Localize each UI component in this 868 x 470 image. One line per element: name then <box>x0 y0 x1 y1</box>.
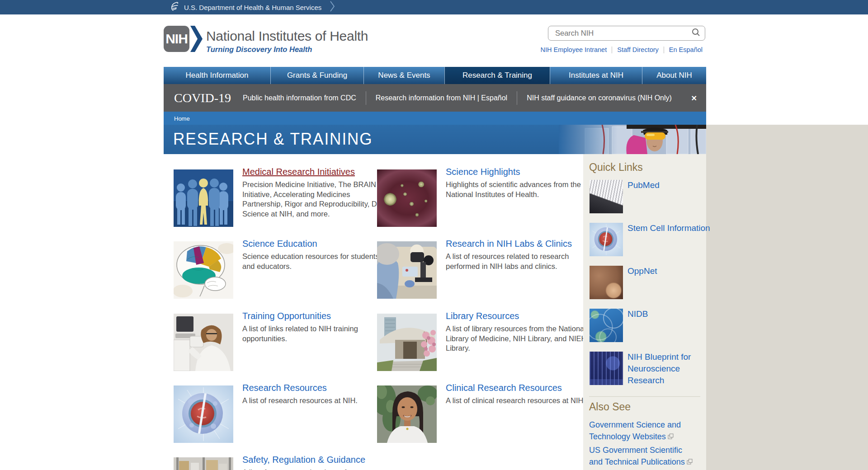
stem-cell-information-thumbnail[interactable] <box>590 223 623 256</box>
search-icon[interactable] <box>692 28 700 38</box>
item-description: A list of research resources at NIH. <box>242 396 392 406</box>
list-item: Science Education Science education reso… <box>174 238 392 299</box>
site-title: National Institutes of Health <box>206 28 368 44</box>
safety-regulation-thumbnail[interactable] <box>174 457 233 470</box>
list-item: Library Resources A list of library reso… <box>377 310 595 371</box>
nih-logo[interactable]: NIH <box>164 26 189 52</box>
list-item: Training Opportunities A list of links r… <box>174 310 392 371</box>
site-header: NIH National Institutes of Health Turnin… <box>164 14 706 67</box>
nih-logo-arrow-icon <box>190 26 203 54</box>
nidb-thumbnail[interactable] <box>590 309 623 342</box>
medical-research-initiatives-link[interactable]: Medical Research Initiatives <box>242 166 355 177</box>
training-opportunities-thumbnail[interactable] <box>174 314 233 371</box>
stem-cell-information-link[interactable]: Stem Cell Information <box>627 222 713 234</box>
also-see-heading: Also See <box>589 401 631 413</box>
nav-grants-funding[interactable]: Grants & Funding <box>270 67 363 84</box>
clinical-research-thumbnail[interactable] <box>377 385 437 443</box>
employee-intranet-link[interactable]: NIH Employee Intranet <box>541 46 607 53</box>
page-background <box>706 125 868 470</box>
list-item: Clinical Research Resources A list of cl… <box>377 382 595 443</box>
breadcrumb-home-link[interactable]: Home <box>174 115 190 122</box>
science-education-thumbnail[interactable] <box>174 241 233 299</box>
hhs-eagle-icon <box>169 1 180 14</box>
item-description: Precision Medicine Initiative, The BRAIN… <box>242 180 392 219</box>
nav-health-information[interactable]: Health Information <box>164 67 270 84</box>
nidb-link[interactable]: NIDB <box>627 308 713 320</box>
item-description: Highlights of scientific advances from t… <box>446 180 595 199</box>
medical-research-initiatives-thumbnail[interactable] <box>174 169 233 227</box>
science-highlights-thumbnail[interactable] <box>377 169 437 227</box>
nav-institutes[interactable]: Institutes at NIH <box>550 67 642 84</box>
staff-directory-link[interactable]: Staff Directory <box>617 46 659 53</box>
pubmed-thumbnail[interactable] <box>590 180 623 213</box>
item-description: A list of resources related to safety, <box>242 468 392 470</box>
list-item: Science Highlights Highlights of scienti… <box>377 166 595 227</box>
lab-researcher-photo <box>559 125 706 154</box>
oppnet-link[interactable]: OppNet <box>627 265 713 277</box>
library-resources-thumbnail[interactable] <box>377 314 437 371</box>
oppnet-thumbnail[interactable] <box>590 266 623 299</box>
clinical-research-link[interactable]: Clinical Research Resources <box>446 382 562 393</box>
covid-banner-title: COVID-19 <box>174 91 231 105</box>
covid-nih-research-link[interactable]: Research information from NIH | Español <box>376 94 507 102</box>
hhs-link[interactable]: U.S. Department of Health & Human Servic… <box>184 4 321 11</box>
search-input[interactable] <box>554 28 692 38</box>
covid-banner: COVID-19 Public health information from … <box>164 84 706 112</box>
hhs-topbar: U.S. Department of Health & Human Servic… <box>0 0 868 14</box>
list-item: Research Resources A list of research re… <box>174 382 392 443</box>
nih-blueprint-link[interactable]: NIH Blueprint for Neuroscience Research <box>627 351 713 386</box>
chevron-right-icon <box>330 0 335 14</box>
research-resources-link[interactable]: Research Resources <box>242 382 327 393</box>
close-icon[interactable]: ✕ <box>689 92 699 104</box>
nih-blueprint-thumbnail[interactable] <box>590 352 623 385</box>
divider <box>366 91 366 105</box>
list-item: Medical Research Initiatives Precision M… <box>174 166 392 227</box>
page-title-band: RESEARCH & TRAINING <box>164 125 706 154</box>
covid-cdc-link[interactable]: Public health information from CDC <box>243 94 356 102</box>
nih-labs-clinics-thumbnail[interactable] <box>377 241 437 299</box>
safety-regulation-link[interactable]: Safety, Regulation & Guidance <box>242 454 365 465</box>
science-highlights-link[interactable]: Science Highlights <box>446 166 520 177</box>
covid-staff-guidance-link[interactable]: NIH staff guidance on coronavirus (NIH O… <box>527 94 672 102</box>
divider <box>664 47 664 53</box>
sidebar: Quick Links PubMed <box>583 154 706 470</box>
nih-labs-clinics-link[interactable]: Research in NIH Labs & Clinics <box>446 238 572 249</box>
link-label: US Government Scientific and Technical P… <box>589 446 685 466</box>
primary-nav: Health Information Grants & Funding News… <box>164 67 706 84</box>
nih-logo-text: National Institutes of Health Turning Di… <box>206 28 368 54</box>
site-tagline: Turning Discovery Into Health <box>206 45 368 54</box>
item-description: Science education resources for students… <box>242 252 392 271</box>
nav-research-training[interactable]: Research & Training <box>444 67 550 84</box>
library-resources-link[interactable]: Library Resources <box>446 310 519 321</box>
nav-about[interactable]: About NIH <box>642 67 706 84</box>
breadcrumb: Home <box>164 112 706 125</box>
item-description: A list of links related to NIH training … <box>242 324 392 343</box>
item-description: A list of resources related to research … <box>446 252 595 271</box>
search-box <box>548 26 705 41</box>
external-link-icon <box>687 457 693 466</box>
gov-science-tech-websites-link[interactable]: Government Science and Technology Websit… <box>589 419 698 442</box>
pubmed-link[interactable]: PubMed <box>627 179 713 191</box>
item-description: A list of clinical research resources at… <box>446 396 595 406</box>
research-resources-thumbnail[interactable] <box>174 385 233 443</box>
divider <box>589 396 700 397</box>
link-label: Government Science and Technology Websit… <box>589 420 681 441</box>
divider <box>612 47 612 53</box>
nav-news-events[interactable]: News & Events <box>363 67 444 84</box>
nih-research-training-page: U.S. Department of Health & Human Servic… <box>0 0 868 470</box>
training-opportunities-link[interactable]: Training Opportunities <box>242 310 331 321</box>
science-education-link[interactable]: Science Education <box>242 238 317 249</box>
item-description: A list of library resources from the Nat… <box>446 324 595 353</box>
list-item: Research in NIH Labs & Clinics A list of… <box>377 238 595 299</box>
header-utility-links: NIH Employee Intranet Staff Directory En… <box>541 46 703 53</box>
divider <box>517 91 517 105</box>
espanol-link[interactable]: En Español <box>669 46 703 53</box>
quick-links-heading: Quick Links <box>589 161 643 174</box>
external-link-icon <box>668 432 674 441</box>
list-item: Safety, Regulation & Guidance A list of … <box>174 454 392 470</box>
us-gov-publications-link[interactable]: US Government Scientific and Technical P… <box>589 444 698 468</box>
